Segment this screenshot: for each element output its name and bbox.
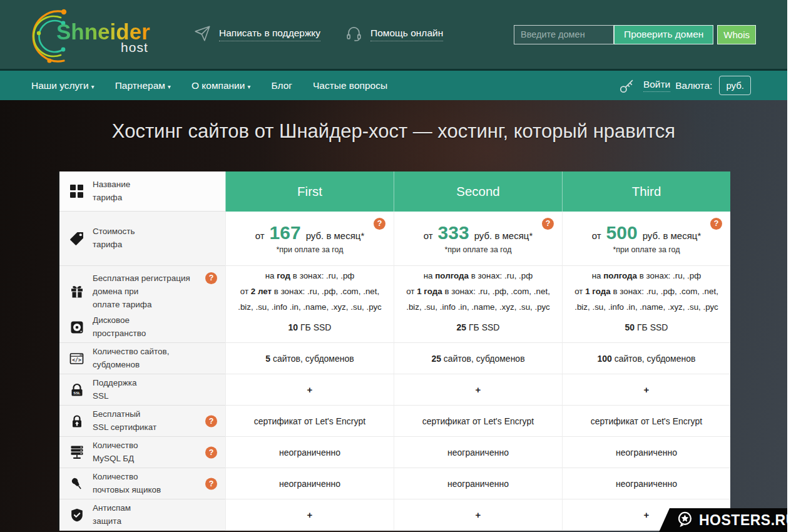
feature-label-cell: SSL ПоддержкаSSL: [59, 374, 225, 406]
plan-value-cell: неограниченно: [394, 468, 562, 499]
price-cell: ? от333руб. в месяц* *при оплате за год: [394, 212, 562, 266]
plan-value-cell: 100 сайтов, субдоменов: [562, 343, 730, 374]
currency-label: Валюта:: [675, 80, 712, 91]
logo[interactable]: Shneider host: [28, 4, 171, 64]
help-icon[interactable]: ?: [205, 272, 217, 284]
table-row: Антиспамзащита +++: [59, 499, 730, 531]
table-row: </> Количество сайтов,субдоменов 5 сайто…: [59, 343, 730, 374]
gift-icon: [69, 285, 84, 299]
feature-label-cell: ? Бесплатная регистрация домена приоплат…: [59, 266, 225, 318]
domain-input[interactable]: [514, 25, 614, 44]
feature-label-cell: Стоимостьтарифа: [59, 212, 225, 266]
feature-label: Количествопочтовых ящиков: [93, 471, 161, 497]
plan-header-second[interactable]: Second: [394, 171, 562, 212]
table-header-row: Названиетарифа FirstSecondThird: [59, 171, 730, 212]
header-links: Написать в поддержку Помощь онлайн: [194, 25, 443, 44]
help-icon[interactable]: ?: [542, 218, 554, 230]
plan-value-cell: 25 сайтов, субдоменов: [394, 343, 562, 374]
plan-value-cell: неограниченно: [225, 437, 394, 468]
plan-value-cell: неограниченно: [562, 437, 730, 468]
currency-selector[interactable]: руб.: [719, 76, 751, 95]
plan-value-cell: 25 ГБ SSD: [394, 312, 562, 343]
feature-header-label: Названиетарифа: [93, 178, 130, 205]
plan-value-cell: сертификат от Let's Encrypt: [394, 406, 562, 437]
page-title: Хостинг сайтов от Шнайдер-хост — хостинг…: [0, 100, 787, 143]
plan-value-cell: на полгода в зонах: .ru, .рфот 1 года в …: [562, 266, 730, 318]
plan-value-cell: неограниченно: [394, 437, 562, 468]
support-link-label: Написать в поддержку: [219, 28, 320, 41]
table-row: Дисковоепространство 10 ГБ SSD25 ГБ SSD5…: [59, 312, 730, 343]
nav-right: Войти Валюта: руб.: [619, 76, 751, 95]
feature-label-cell: Антиспамзащита: [59, 499, 225, 531]
feature-label: Количество сайтов,субдоменов: [93, 345, 170, 372]
feature-label-cell: ? БесплатныйSSL сертификат: [59, 406, 225, 437]
plan-value-cell: 50 ГБ SSD: [562, 312, 730, 343]
help-icon[interactable]: ?: [205, 446, 217, 458]
shield-icon: [69, 508, 84, 522]
help-icon[interactable]: ?: [205, 415, 217, 427]
chevron-down-icon: ▾: [168, 83, 171, 90]
table-row: ? БесплатныйSSL сертификат сертификат от…: [59, 406, 730, 437]
nav-item-1[interactable]: Партнерам▾: [115, 80, 171, 91]
main-nav: Наши услуги▾Партнерам▾О компании▾БлогЧас…: [0, 69, 787, 100]
plan-value-cell: неограниченно: [562, 468, 730, 499]
feature-label-cell: Дисковоепространство: [59, 312, 225, 343]
pricing-table: Названиетарифа FirstSecondThird Стоимост…: [58, 171, 730, 531]
plan-header-third[interactable]: Third: [562, 171, 730, 212]
table-row: ? Бесплатная регистрация домена приоплат…: [59, 266, 730, 312]
help-icon[interactable]: ?: [374, 218, 385, 230]
chevron-down-icon: ▾: [91, 83, 94, 90]
help-icon[interactable]: ?: [710, 218, 722, 230]
site-header: Shneider host Написать в поддержку: [0, 0, 787, 69]
nav-items: Наши услуги▾Партнерам▾О компании▾БлогЧас…: [31, 80, 408, 91]
table-row: ? КоличествоMySQL БД неограниченнонеогра…: [59, 437, 730, 468]
watermark-badge: HOSTERS.RU: [659, 508, 787, 532]
plan-value-cell: +: [225, 499, 394, 531]
table-row: ? Количествопочтовых ящиков неограниченн…: [59, 468, 730, 499]
watermark-text: HOSTERS.RU: [699, 512, 787, 529]
nav-item-3[interactable]: Блог: [271, 80, 292, 91]
help-icon[interactable]: ?: [205, 478, 217, 489]
ssl-icon: SSL: [69, 383, 84, 397]
plan-value-cell: на год в зонах: .ru, .рфот 2 лет в зонах…: [225, 266, 394, 318]
online-help-link[interactable]: Помощь онлайн: [345, 25, 443, 44]
feature-label: Стоимостьтарифа: [93, 225, 135, 252]
svg-text:</>: </>: [72, 357, 81, 363]
price-cell: ? от500руб. в месяц* *при оплате за год: [562, 212, 730, 266]
lock-icon: [69, 414, 84, 428]
support-link[interactable]: Написать в поддержку: [194, 25, 320, 44]
feature-label-cell: </> Количество сайтов,субдоменов: [59, 343, 225, 374]
feature-label: КоличествоMySQL БД: [93, 439, 138, 466]
tag-icon: [69, 232, 84, 246]
whois-button[interactable]: Whois: [717, 25, 756, 44]
check-domain-button[interactable]: Проверить домен: [614, 25, 713, 44]
page: Shneider host Написать в поддержку: [0, 0, 787, 532]
price-cell: ? от167руб. в месяц* *при оплате за год: [225, 212, 394, 266]
feature-label-cell: ? Количествопочтовых ящиков: [59, 468, 225, 499]
plan-value-cell: 5 сайтов, субдоменов: [225, 343, 394, 374]
plan-value-cell: +: [225, 374, 394, 406]
chevron-down-icon: ▾: [247, 83, 250, 90]
plan-value-cell: +: [394, 374, 562, 406]
nav-item-4[interactable]: Частые вопросы: [313, 80, 387, 91]
nav-item-0[interactable]: Наши услуги▾: [31, 80, 94, 91]
feature-label: ПоддержкаSSL: [93, 377, 136, 403]
login-link[interactable]: Войти: [643, 79, 670, 92]
logo-text: Shneider host: [56, 19, 150, 55]
price-row: Стоимостьтарифа ? от167руб. в месяц* *пр…: [59, 212, 730, 266]
plan-value-cell: 10 ГБ SSD: [225, 312, 394, 343]
plan-header-first[interactable]: First: [225, 171, 394, 212]
table-row: SSL ПоддержкаSSL +++: [59, 374, 730, 406]
plan-value-cell: сертификат от Let's Encrypt: [225, 406, 394, 437]
plan-value-cell: на полгода в зонах: .ru, .рфот 1 года в …: [394, 266, 562, 318]
feature-label-cell: ? КоличествоMySQL БД: [59, 437, 225, 468]
plan-value-cell: сертификат от Let's Encrypt: [562, 406, 730, 437]
database-icon: [69, 446, 84, 459]
domain-check-form: Проверить домен Whois: [514, 25, 756, 44]
nav-item-2[interactable]: О компании▾: [191, 80, 251, 91]
code-icon: </>: [69, 352, 84, 366]
plan-value-cell: неограниченно: [225, 468, 394, 499]
feature-label: Дисковоепространство: [93, 314, 146, 340]
plan-value-cell: +: [394, 499, 562, 531]
disk-icon: [69, 320, 84, 334]
